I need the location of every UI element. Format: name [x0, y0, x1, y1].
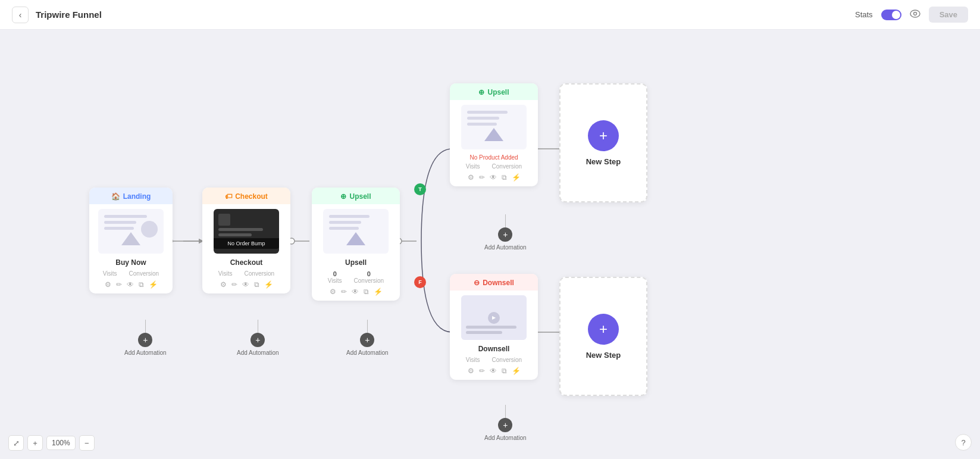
new-step-bottom-label: New Step [586, 351, 621, 360]
checkout-visits-lbl: Visits [218, 270, 233, 277]
edit-icon[interactable]: ✏ [116, 280, 122, 289]
ds-copy-icon[interactable]: ⧉ [502, 367, 507, 375]
checkout-icon: 🏷 [225, 192, 232, 201]
downsell-node: ⊖ Downsell ▶ Downsell Visits Conversion … [450, 274, 538, 380]
ds-view-icon[interactable]: 👁 [490, 367, 497, 375]
header-right: Stats Save [855, 7, 968, 23]
upsell-add-automation-button[interactable]: + [360, 333, 374, 347]
downsell-header: ⊖ Downsell [450, 274, 538, 291]
new-step-top-button[interactable]: + [588, 120, 619, 151]
upsell-main-thumbnail [323, 209, 389, 254]
checkout-stats: Visits Conversion [218, 270, 274, 277]
checkout-actions: ⚙ ✏ 👁 ⧉ ⚡ [220, 280, 273, 289]
help-icon: ? [961, 438, 965, 447]
upsell-main-actions: ⚙ ✏ 👁 ⧉ ⚡ [330, 288, 383, 296]
view-icon[interactable]: 👁 [127, 280, 134, 289]
downsell-icon: ⊖ [474, 279, 480, 287]
landing-stats: Visits Conversion [103, 270, 159, 277]
landing-add-automation: + Add Automation [124, 320, 167, 356]
upsell-main-icon: ⊕ [340, 192, 346, 201]
upsell-main-label: Upsell [345, 258, 367, 267]
ub-settings-icon[interactable]: ⚙ [468, 173, 474, 182]
ub-copy-icon[interactable]: ⧉ [502, 173, 507, 182]
add-automation-button[interactable]: + [138, 333, 152, 347]
landing-node: 🏠 Landing Buy Now Visits Conversion ⚙ ✏ … [89, 188, 173, 293]
header-left: ‹ Tripwire Funnel [12, 7, 102, 23]
upsell-main-node: ⊕ Upsell Upsell 0Visits 0Conversion ⚙ ✏ … [312, 188, 400, 301]
checkout-add-automation-button[interactable]: + [251, 333, 265, 347]
plus-icon-bottom: + [599, 321, 608, 338]
ub-view-icon[interactable]: 👁 [490, 173, 497, 182]
upsell-add-automation: + Add Automation [346, 320, 389, 356]
upsell-branch-thumbnail [461, 105, 527, 149]
svg-point-1 [913, 12, 916, 15]
ub-edit-icon[interactable]: ✏ [479, 173, 485, 182]
zoom-in-icon: + [33, 439, 37, 448]
upsell-view-icon[interactable]: 👁 [352, 288, 359, 296]
checkout-node: 🏷 Checkout No Order Bump Checkout Visits… [202, 188, 290, 293]
checkout-settings-icon[interactable]: ⚙ [220, 280, 227, 289]
upsell-edit-icon[interactable]: ✏ [341, 288, 347, 296]
upsell-filter-icon[interactable]: ⚡ [374, 288, 383, 296]
settings-icon[interactable]: ⚙ [105, 280, 111, 289]
upsell-settings-icon[interactable]: ⚙ [330, 288, 336, 296]
back-icon: ‹ [19, 10, 22, 20]
landing-thumbnail [98, 209, 164, 254]
copy-icon[interactable]: ⧉ [139, 280, 144, 289]
checkout-edit-icon[interactable]: ✏ [231, 280, 237, 289]
upsell-main-header: ⊕ Upsell [312, 188, 400, 204]
upsell-main-type: Upsell [349, 192, 371, 201]
upsell-copy-icon[interactable]: ⧉ [364, 288, 369, 296]
ds-add-automation-button[interactable]: + [498, 418, 512, 432]
add-line-checkout [258, 320, 258, 333]
checkout-add-automation: + Add Automation [237, 320, 279, 356]
new-step-top-label: New Step [586, 157, 621, 166]
downsell-thumbnail: ▶ [461, 295, 527, 340]
checkout-view-icon[interactable]: 👁 [242, 280, 249, 289]
landing-type: Landing [123, 192, 151, 201]
upsell-branch-header: ⊕ Upsell [450, 83, 538, 100]
upsell-branch-icon: ⊕ [478, 88, 484, 96]
downsell-type: Downsell [483, 279, 514, 287]
checkout-filter-icon[interactable]: ⚡ [264, 280, 273, 289]
upsell-add-label: Add Automation [346, 349, 389, 356]
upsell-branch-type: Upsell [487, 88, 509, 96]
landing-header: 🏠 Landing [89, 188, 173, 204]
filter-icon[interactable]: ⚡ [149, 280, 158, 289]
landing-actions: ⚙ ✏ 👁 ⧉ ⚡ [105, 280, 158, 289]
checkout-conv-lbl: Conversion [245, 270, 275, 277]
fit-button[interactable]: ⤢ [8, 435, 24, 451]
upsell-branch-node: ⊕ Upsell No Product Added Visits Convers… [450, 83, 538, 186]
landing-icon: 🏠 [111, 192, 120, 201]
ds-add-label: Add Automation [484, 435, 527, 441]
page-title: Tripwire Funnel [36, 10, 102, 20]
plus-icon-top: + [599, 127, 608, 144]
help-button[interactable]: ? [955, 434, 972, 451]
stats-toggle[interactable] [881, 10, 901, 20]
checkout-label: Checkout [230, 258, 263, 267]
false-badge: F [414, 276, 426, 288]
ds-filter-icon[interactable]: ⚡ [512, 367, 521, 375]
new-step-bottom-button[interactable]: + [588, 314, 619, 345]
new-step-top: + New Step [559, 83, 647, 202]
downsell-stats: Visits Conversion [466, 357, 522, 363]
add-line-ds [505, 405, 506, 418]
ds-edit-icon[interactable]: ✏ [479, 367, 485, 375]
downsell-actions: ⚙ ✏ 👁 ⧉ ⚡ [468, 367, 521, 375]
upsell-conv-val: 0 [367, 270, 371, 277]
preview-button[interactable] [910, 10, 920, 20]
add-automation-label: Add Automation [124, 349, 167, 356]
svg-point-0 [910, 10, 920, 17]
upsell-main-stats: 0Visits 0Conversion [328, 270, 384, 284]
ub-add-automation-button[interactable]: + [498, 227, 512, 242]
ds-settings-icon[interactable]: ⚙ [468, 367, 474, 375]
save-button[interactable]: Save [929, 7, 968, 23]
zoom-in-button[interactable]: + [27, 435, 43, 451]
add-line-upsell [367, 320, 368, 333]
ub-filter-icon[interactable]: ⚡ [512, 173, 521, 182]
zoom-out-button[interactable]: − [79, 435, 95, 451]
back-button[interactable]: ‹ [12, 7, 29, 23]
no-order-bump: No Order Bump [214, 238, 279, 249]
checkout-copy-icon[interactable]: ⧉ [254, 280, 259, 289]
checkout-thumbnail: No Order Bump [214, 209, 279, 254]
